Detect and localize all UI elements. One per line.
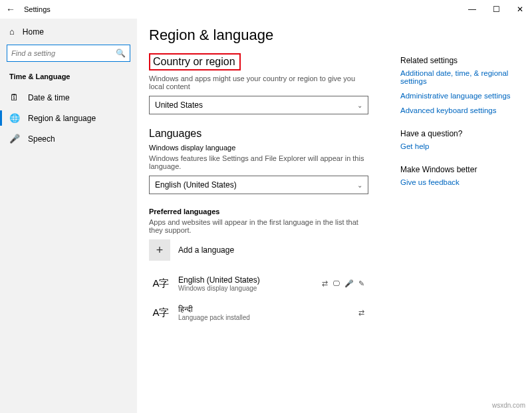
link-advanced-keyboard[interactable]: Advanced keyboard settings xyxy=(400,106,520,114)
page-title: Region & language xyxy=(149,27,387,44)
display-language-select[interactable]: English (United States) ⌄ xyxy=(149,176,368,194)
watermark: wsxdn.com xyxy=(492,402,525,409)
nav-group-label: Time & Language xyxy=(0,69,137,87)
minimize-button[interactable]: — xyxy=(460,0,484,19)
country-description: Windows and apps might use your country … xyxy=(149,74,368,90)
make-better-title: Make Windows better xyxy=(400,165,520,174)
language-item-hindi[interactable]: A字 हिन्दी Language pack installed ⇄ xyxy=(149,299,368,329)
preferred-languages-label: Preferred languages xyxy=(149,207,387,215)
country-value: United States xyxy=(155,100,203,110)
language-subtext: Windows display language xyxy=(178,285,314,292)
sidebar-item-region-language[interactable]: 🌐 Region & language xyxy=(0,108,137,128)
language-item-english[interactable]: A字 English (United States) Windows displ… xyxy=(149,270,368,299)
home-icon: ⌂ xyxy=(9,27,15,37)
back-button[interactable]: ← xyxy=(0,4,21,15)
chevron-down-icon: ⌄ xyxy=(357,102,362,109)
title-bar: ← Settings — ☐ ✕ xyxy=(0,0,532,19)
link-get-help[interactable]: Get help xyxy=(400,142,520,150)
sidebar-item-label: Date & time xyxy=(28,93,70,102)
languages-heading: Languages xyxy=(149,128,387,140)
globe-icon: 🌐 xyxy=(9,113,19,123)
language-feature-icons: ⇄ xyxy=(358,309,366,317)
add-language-button[interactable]: + Add a language xyxy=(149,239,387,261)
have-question-title: Have a question? xyxy=(400,129,520,138)
main-panel: Region & language Country or region Wind… xyxy=(137,19,532,413)
display-language-value: English (United States) xyxy=(155,180,237,190)
link-give-feedback[interactable]: Give us feedback xyxy=(400,178,520,186)
home-label: Home xyxy=(23,27,44,37)
app-title: Settings xyxy=(21,5,51,13)
sidebar-item-label: Speech xyxy=(28,134,55,144)
language-feature-icons: ⇄ 🖵 🎤 ✎ xyxy=(322,279,366,288)
search-box[interactable]: 🔍 xyxy=(7,45,130,62)
app-body: ⌂ Home 🔍 Time & Language 🗓 Date & time 🌐… xyxy=(0,19,532,413)
related-settings-title: Related settings xyxy=(400,56,520,65)
sidebar-item-label: Region & language xyxy=(28,114,96,123)
plus-icon: + xyxy=(149,239,170,261)
search-icon: 🔍 xyxy=(116,49,130,58)
display-language-label: Windows display language xyxy=(149,144,387,152)
search-input[interactable] xyxy=(7,49,116,57)
link-additional-date-time[interactable]: Additional date, time, & regional settin… xyxy=(400,69,520,85)
home-nav[interactable]: ⌂ Home xyxy=(0,23,137,41)
language-icon: A字 xyxy=(152,274,170,293)
language-name: English (United States) xyxy=(178,275,314,285)
country-heading: Country or region xyxy=(150,55,235,68)
language-icon: A字 xyxy=(152,303,170,322)
sidebar: ⌂ Home 🔍 Time & Language 🗓 Date & time 🌐… xyxy=(0,19,137,413)
chevron-down-icon: ⌄ xyxy=(357,182,362,189)
add-language-label: Add a language xyxy=(178,245,234,255)
preferred-languages-desc: Apps and websites will appear in the fir… xyxy=(149,218,368,234)
content-area: Region & language Country or region Wind… xyxy=(149,27,400,413)
microphone-icon: 🎤 xyxy=(9,134,19,144)
language-subtext: Language pack installed xyxy=(178,314,350,321)
sidebar-item-date-time[interactable]: 🗓 Date & time xyxy=(0,87,137,108)
maximize-button[interactable]: ☐ xyxy=(484,0,508,19)
display-language-desc: Windows features like Settings and File … xyxy=(149,154,368,170)
sidebar-item-speech[interactable]: 🎤 Speech xyxy=(0,128,137,149)
country-select[interactable]: United States ⌄ xyxy=(149,96,368,114)
aside-panel: Related settings Additional date, time, … xyxy=(400,27,520,413)
language-name: हिन्दी xyxy=(178,305,350,314)
close-button[interactable]: ✕ xyxy=(508,0,532,19)
link-admin-language[interactable]: Administrative language settings xyxy=(400,92,520,100)
country-heading-highlight: Country or region xyxy=(149,53,241,70)
calendar-icon: 🗓 xyxy=(9,92,19,102)
